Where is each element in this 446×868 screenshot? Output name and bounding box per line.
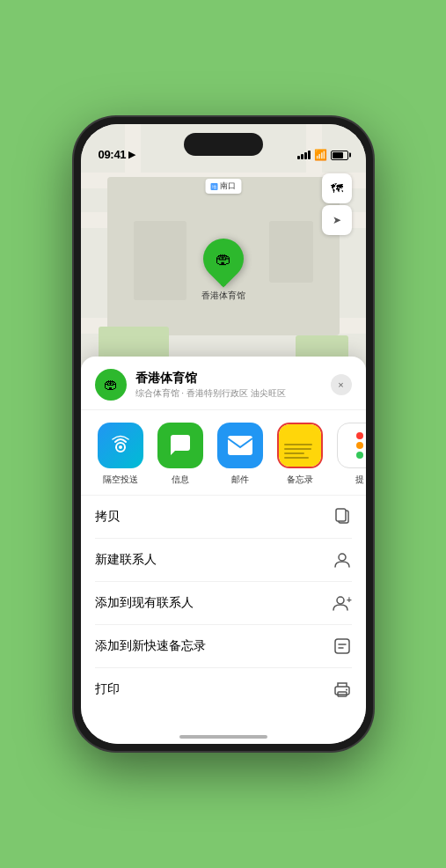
map-controls: 🗺 ➤ bbox=[322, 173, 352, 235]
svg-rect-2 bbox=[228, 436, 252, 455]
home-indicator bbox=[179, 735, 267, 739]
action-list: 拷贝 新建联系人 bbox=[81, 496, 366, 710]
status-icons: 📶 bbox=[297, 149, 348, 161]
add-existing-label: 添加到现有联系人 bbox=[95, 595, 194, 611]
notes-line-4 bbox=[284, 457, 310, 459]
notes-icon-content bbox=[279, 424, 321, 467]
action-print[interactable]: 打印 bbox=[95, 668, 352, 710]
stadium-pin[interactable]: 🏟 香港体育馆 bbox=[201, 239, 245, 302]
more-dot-green bbox=[356, 452, 363, 459]
airdrop-label: 隔空投送 bbox=[103, 474, 138, 486]
signal-bar-1 bbox=[297, 156, 300, 159]
share-row: 隔空投送 信息 bbox=[81, 410, 366, 496]
pin-circle: 🏟 bbox=[194, 230, 252, 287]
svg-point-6 bbox=[337, 597, 344, 604]
action-copy[interactable]: 拷贝 bbox=[95, 496, 352, 539]
print-icon bbox=[333, 680, 352, 699]
messages-icon bbox=[157, 423, 203, 468]
venue-header: 🏟 香港体育馆 综合体育馆 · 香港特别行政区 油尖旺区 × bbox=[81, 357, 366, 410]
wifi-icon: 📶 bbox=[314, 149, 327, 161]
new-contact-label: 新建联系人 bbox=[95, 552, 157, 568]
label-dot-icon: 地 bbox=[210, 183, 217, 190]
map-type-button[interactable]: 🗺 bbox=[322, 173, 352, 203]
share-item-mail[interactable]: 邮件 bbox=[215, 423, 266, 486]
add-notes-label: 添加到新快速备忘录 bbox=[95, 638, 206, 654]
phone-frame: 09:41 ▶ 📶 bbox=[74, 117, 373, 751]
map-block-sm2 bbox=[269, 221, 313, 283]
notes-line-1 bbox=[284, 444, 312, 445]
more-icon bbox=[337, 423, 366, 468]
status-time: 09:41 bbox=[99, 148, 127, 161]
share-item-notes[interactable]: 备忘录 bbox=[274, 423, 325, 486]
notes-icon bbox=[277, 423, 323, 468]
venue-icon: 🏟 bbox=[95, 369, 127, 401]
notes-label: 备忘录 bbox=[287, 474, 313, 486]
dynamic-island bbox=[184, 133, 263, 156]
battery-fill bbox=[333, 152, 343, 158]
signal-bars bbox=[297, 151, 311, 159]
new-contact-icon bbox=[333, 550, 352, 570]
phone-screen: 09:41 ▶ 📶 bbox=[81, 124, 366, 744]
map-label-text: 南口 bbox=[220, 180, 236, 192]
map-location-button[interactable]: ➤ bbox=[322, 205, 352, 235]
more-dot-red bbox=[356, 432, 363, 439]
venue-info: 香港体育馆 综合体育馆 · 香港特别行政区 油尖旺区 bbox=[135, 371, 331, 400]
notes-line-3 bbox=[284, 452, 304, 454]
copy-icon bbox=[333, 507, 352, 526]
signal-bar-3 bbox=[304, 152, 307, 159]
more-dot-orange bbox=[356, 442, 363, 449]
share-item-messages[interactable]: 信息 bbox=[155, 423, 206, 486]
signal-bar-4 bbox=[308, 151, 311, 159]
add-notes-icon bbox=[333, 636, 352, 656]
pin-label: 香港体育馆 bbox=[201, 290, 245, 302]
share-item-airdrop[interactable]: 隔空投送 bbox=[95, 423, 146, 486]
copy-label: 拷贝 bbox=[95, 509, 120, 525]
map-block-sm1 bbox=[134, 221, 186, 300]
venue-subtitle: 综合体育馆 · 香港特别行政区 油尖旺区 bbox=[135, 387, 331, 400]
signal-bar-2 bbox=[301, 154, 303, 159]
notes-header bbox=[282, 430, 318, 438]
close-button[interactable]: × bbox=[331, 374, 352, 395]
messages-label: 信息 bbox=[172, 474, 189, 486]
svg-rect-4 bbox=[336, 509, 346, 521]
svg-text:+: + bbox=[347, 595, 352, 605]
mail-icon bbox=[217, 423, 263, 468]
share-item-more[interactable]: 提 bbox=[334, 423, 366, 486]
action-add-notes[interactable]: 添加到新快速备忘录 bbox=[95, 625, 352, 668]
venue-name: 香港体育馆 bbox=[135, 371, 331, 386]
action-add-existing[interactable]: 添加到现有联系人 + bbox=[95, 582, 352, 625]
print-label: 打印 bbox=[95, 681, 120, 697]
battery-icon bbox=[331, 151, 348, 160]
mail-label: 邮件 bbox=[231, 474, 249, 486]
pin-emoji: 🏟 bbox=[216, 250, 231, 268]
svg-point-13 bbox=[346, 689, 347, 691]
bottom-sheet: 🏟 香港体育馆 综合体育馆 · 香港特别行政区 油尖旺区 × bbox=[81, 357, 366, 744]
map-location-label: 地 南口 bbox=[205, 179, 241, 194]
action-new-contact[interactable]: 新建联系人 bbox=[95, 539, 352, 582]
svg-rect-8 bbox=[335, 639, 349, 653]
more-label: 提 bbox=[355, 474, 364, 486]
svg-point-1 bbox=[119, 445, 122, 449]
add-existing-icon: + bbox=[333, 593, 352, 613]
location-icon: ▶ bbox=[128, 149, 135, 160]
airdrop-icon bbox=[98, 423, 143, 468]
notes-line-2 bbox=[284, 448, 312, 450]
svg-point-5 bbox=[339, 554, 346, 561]
